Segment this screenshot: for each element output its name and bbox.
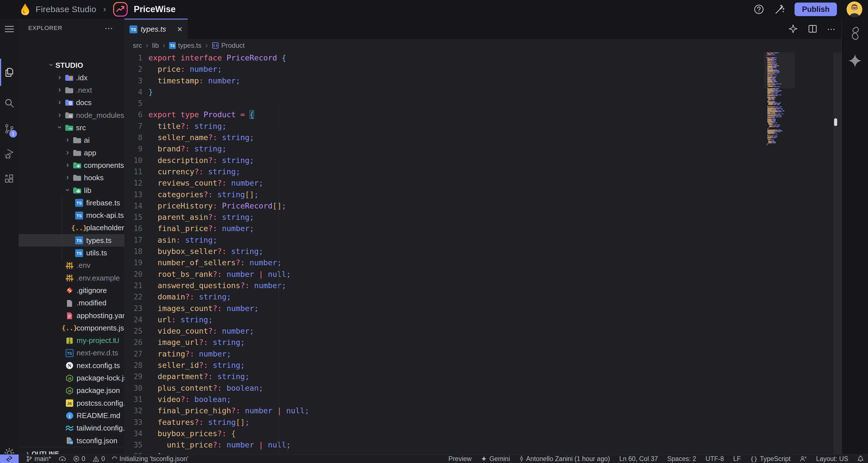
breadcrumb-item-product[interactable]: Product: [212, 41, 245, 49]
search-view-icon[interactable]: [0, 94, 19, 113]
tree-item-mock-api-ts[interactable]: TSmock-api.ts: [19, 209, 124, 222]
editor-scrollbar[interactable]: [833, 52, 841, 454]
statusbar-cursor-position[interactable]: Ln 60, Col 37: [619, 455, 658, 463]
statusbar-notifications[interactable]: [858, 456, 864, 462]
genkit-swirl-icon[interactable]: [842, 26, 868, 41]
statusbar-warnings[interactable]: 0: [93, 455, 105, 463]
code-line[interactable]: 34 buybox_prices?: {: [124, 428, 766, 439]
code-line[interactable]: 20 root_bs_rank?: number | null;: [124, 269, 766, 280]
statusbar-errors[interactable]: 0: [73, 455, 85, 463]
breadcrumb-item-types-ts[interactable]: TStypes.ts: [169, 41, 202, 49]
tree-item-components-json[interactable]: {..}components.json: [19, 322, 124, 334]
tab-types-ts[interactable]: TS types.ts ✕: [124, 19, 188, 39]
code-line[interactable]: 24 url: string;: [124, 314, 766, 325]
code-line[interactable]: 23 images_count?: number;: [124, 303, 766, 314]
tree-item-utils-ts[interactable]: TSutils.ts: [19, 247, 124, 259]
code-line[interactable]: 14 priceHistory: PriceRecord[];: [124, 200, 766, 211]
code-line[interactable]: 7 title?: string;: [124, 121, 766, 132]
statusbar-keyboard-layout[interactable]: Layout: US: [816, 455, 848, 463]
code-line[interactable]: 11 currency?: string;: [124, 166, 766, 177]
source-control-view-icon[interactable]: 1: [0, 120, 19, 138]
publish-button[interactable]: Publish: [795, 3, 837, 16]
code-line[interactable]: 21 answered_questions?: number;: [124, 280, 766, 291]
run-debug-view-icon[interactable]: [0, 144, 19, 163]
tree-item-tailwind-config-ts[interactable]: tailwind.config.ts: [19, 422, 124, 434]
code-line[interactable]: 31 video?: boolean;: [124, 394, 766, 405]
code-line[interactable]: 28 seller_id?: string;: [124, 360, 766, 371]
code-line[interactable]: 9 brand?: string;: [124, 143, 766, 155]
code-line[interactable]: 4}: [124, 87, 766, 98]
code-line[interactable]: 22 domain?: string;: [124, 291, 766, 302]
split-editor-icon[interactable]: [808, 24, 817, 34]
code-line[interactable]: 13 categories?: string[];: [124, 189, 766, 200]
tree-item-package-lock-json[interactable]: JSpackage-lock.json: [19, 372, 124, 385]
code-line[interactable]: 35 unit_price?: number | null;: [124, 439, 766, 451]
help-icon[interactable]: [754, 4, 764, 14]
code-line[interactable]: 17 asin: string;: [124, 234, 766, 246]
statusbar-language-mode[interactable]: {}TypeScript: [750, 455, 790, 463]
code-editor[interactable]: src›lib›TStypes.ts›Product 1export inter…: [124, 39, 841, 454]
explorer-view-icon[interactable]: [0, 63, 19, 81]
code-line[interactable]: 8 seller_name?: string;: [124, 132, 766, 143]
code-line[interactable]: 25 video_count?: number;: [124, 325, 766, 337]
code-line[interactable]: 29 department?: string;: [124, 371, 766, 382]
tree-item--gitignore[interactable]: .gitignore: [19, 284, 124, 297]
code-line[interactable]: 1export interface PriceRecord {: [124, 52, 766, 64]
code-line[interactable]: 6export type Product = {: [124, 109, 766, 120]
code-line[interactable]: 2 price: number;: [124, 64, 766, 75]
tree-item-studio[interactable]: ›STUDIO: [19, 59, 124, 71]
tree-item-tsconfig-json[interactable]: TStsconfig.json: [19, 434, 124, 447]
tree-item-next-config-ts[interactable]: Nnext.config.ts: [19, 359, 124, 372]
outline-section[interactable]: › OUTLINE: [19, 447, 124, 454]
tree-item-ai[interactable]: › ai: [19, 134, 124, 146]
tree-item-placeholder-im-[interactable]: {..}placeholder-im...: [19, 222, 124, 234]
tree-item--modified[interactable]: .modified: [19, 297, 124, 309]
menu-hamburger-icon[interactable]: [0, 20, 19, 38]
code-line[interactable]: 15 parent_asin?: string;: [124, 211, 766, 223]
statusbar-encoding[interactable]: UTF-8: [706, 455, 724, 463]
statusbar-preview[interactable]: Preview: [448, 455, 472, 463]
code-line[interactable]: 3 timestamp: number;: [124, 75, 766, 87]
gemini-star-icon[interactable]: [842, 54, 868, 68]
code-line[interactable]: 27 rating?: number;: [124, 348, 766, 360]
code-line[interactable]: 5: [124, 98, 766, 109]
statusbar-feedback[interactable]: [800, 456, 807, 462]
code-line[interactable]: 19 number_of_sellers?: number;: [124, 257, 766, 268]
tree-item-types-ts[interactable]: TStypes.ts: [19, 234, 124, 246]
sparkle-ai-icon[interactable]: [788, 24, 798, 34]
tree-item-lib[interactable]: › lib: [19, 184, 124, 197]
statusbar-remote-indicator[interactable]: [0, 455, 19, 463]
code-line[interactable]: 16 final_price?: number;: [124, 223, 766, 234]
tree-item--idx[interactable]: › .idx: [19, 71, 124, 84]
tree-item-my-project-t-[interactable]: my-project.t...U: [19, 334, 124, 347]
tree-item-hooks[interactable]: › hooks: [19, 172, 124, 184]
tree-item--next[interactable]: › .next: [19, 84, 124, 97]
more-actions-icon[interactable]: ⋯: [827, 24, 836, 34]
code-line[interactable]: 26 image_url?: string;: [124, 337, 766, 348]
tree-item-postcss-config-mjs[interactable]: JSpostcss.config.mjs: [19, 397, 124, 409]
tree-item--env[interactable]: .env: [19, 259, 124, 272]
tree-item-src[interactable]: › <>src: [19, 122, 124, 134]
code-line[interactable]: 30 plus_content?: boolean;: [124, 383, 766, 394]
breadcrumb-item-lib[interactable]: lib: [152, 41, 159, 49]
tree-item-apphosting-yaml[interactable]: apphosting.yaml: [19, 309, 124, 322]
tree-item-docs[interactable]: › docs: [19, 97, 124, 109]
tree-item-components[interactable]: › components: [19, 159, 124, 171]
breadcrumb-item-src[interactable]: src: [133, 41, 142, 49]
statusbar-git-branch[interactable]: main*: [26, 455, 51, 463]
tree-item-package-json[interactable]: JSpackage.json: [19, 385, 124, 397]
code-line[interactable]: 33 features?: string[];: [124, 417, 766, 428]
code-line[interactable]: 36 };: [124, 451, 766, 454]
tab-close-icon[interactable]: ✕: [177, 26, 183, 33]
code-line[interactable]: 32 final_price_high?: number | null;: [124, 405, 766, 417]
code-line[interactable]: 18 buybox_seller?: string;: [124, 246, 766, 257]
tree-item-readme-md[interactable]: iREADME.md: [19, 409, 124, 422]
tree-item-app[interactable]: › app: [19, 146, 124, 159]
tree-item--env-example[interactable]: .env.example: [19, 272, 124, 284]
tree-item-node-modules[interactable]: › node_modules: [19, 109, 124, 122]
statusbar-sync-changes[interactable]: [59, 456, 66, 462]
statusbar-eol[interactable]: LF: [733, 455, 741, 463]
statusbar-gemini[interactable]: Gemini: [481, 455, 510, 463]
minimap[interactable]: [767, 52, 793, 145]
scrollbar-thumb[interactable]: [834, 119, 837, 126]
